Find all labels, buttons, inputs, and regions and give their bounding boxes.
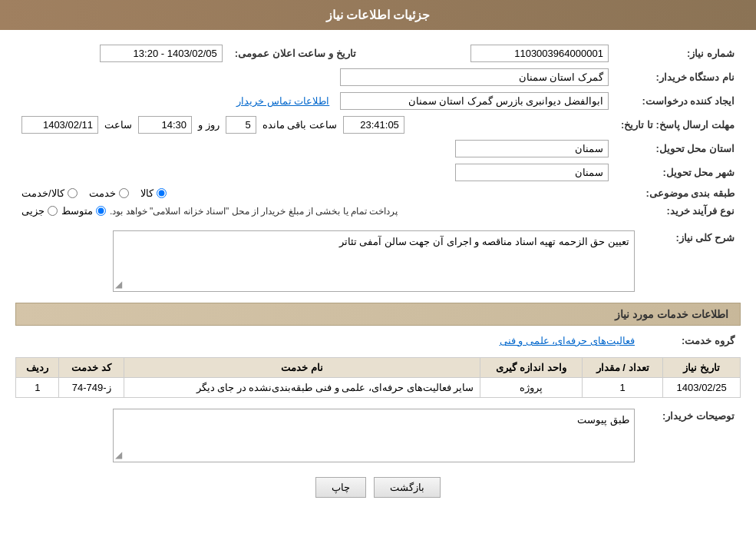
need-desc-label: شرح کلی نیاز: xyxy=(641,227,741,295)
back-button[interactable]: بازگشت xyxy=(374,477,441,498)
need-desc-cell: تعیین حق الزحمه تهیه اسناد مناقصه و اجرا… xyxy=(15,227,641,295)
buyer-resize-handle: ◢ xyxy=(115,449,122,460)
purchase-type-motavasset: متوسط xyxy=(61,205,106,217)
buyer-org-label: نام دستگاه خریدار: xyxy=(615,65,741,89)
category-kala-khedmat-radio[interactable] xyxy=(68,188,78,198)
main-info-table: شماره نیاز: 1103003964000001 تاریخ و ساع… xyxy=(15,41,741,220)
need-desc-table: شرح کلی نیاز: تعیین حق الزحمه تهیه اسناد… xyxy=(15,227,741,295)
response-remaining-label: ساعت باقی مانده xyxy=(262,119,337,131)
service-group-table: گروه خدمت: فعالیت‌های حرفه‌ای، علمی و فن… xyxy=(15,332,741,350)
row-row-num: 1 xyxy=(16,378,59,398)
service-group-label: گروه خدمت: xyxy=(641,332,741,350)
purchase-type-motavasset-label: متوسط xyxy=(61,205,93,217)
resize-handle: ◢ xyxy=(115,279,122,290)
need-number-value: 1103003964000001 xyxy=(378,41,615,65)
col-quantity: تعداد / مقدار xyxy=(582,358,662,378)
purchase-type-row: جزیی متوسط پرداخت تمام یا بخشی از مبلغ خ… xyxy=(15,202,615,220)
row-quantity: 1 xyxy=(582,378,662,398)
buttons-row: بازگشت چاپ xyxy=(15,477,741,498)
service-group-link[interactable]: فعالیت‌های حرفه‌ای، علمی و فنی xyxy=(500,335,635,346)
need-desc-box: تعیین حق الزحمه تهیه اسناد مناقصه و اجرا… xyxy=(113,230,635,292)
response-days-label: روز و xyxy=(198,119,220,131)
purchase-type-note: پرداخت تمام یا بخشی از مبلغ خریدار از مح… xyxy=(110,206,398,217)
response-date-input: 1403/02/11 xyxy=(21,116,98,134)
buyer-desc-cell: طبق پیوست ◢ xyxy=(15,406,641,465)
announce-date-value: 1403/02/05 - 13:20 xyxy=(15,41,229,65)
purchase-type-jozee-radio[interactable] xyxy=(48,206,58,216)
col-service-code: کد خدمت xyxy=(59,358,124,378)
row-service-name: سایر فعالیت‌های حرفه‌ای، علمی و فنی طبقه… xyxy=(124,378,480,398)
purchase-type-label: نوع فرآیند خرید: xyxy=(615,202,741,220)
col-service-name: نام خدمت xyxy=(124,358,480,378)
need-number-label: شماره نیاز: xyxy=(615,41,741,65)
announce-date-label: تاریخ و ساعت اعلان عمومی: xyxy=(229,41,362,65)
col-date: تاریخ نیاز xyxy=(663,358,741,378)
print-button[interactable]: چاپ xyxy=(315,477,366,498)
category-khedmat-label: خدمت xyxy=(89,187,116,199)
category-khedmat-radio[interactable] xyxy=(119,188,129,198)
buyer-desc-label: توصیحات خریدار: xyxy=(641,406,741,465)
col-row-num: ردیف xyxy=(16,358,59,378)
purchase-type-jozee: جزیی xyxy=(21,205,58,217)
category-kala: کالا xyxy=(140,187,167,199)
table-row: 1403/02/25 1 پروژه سایر فعالیت‌های حرفه‌… xyxy=(16,378,741,398)
buyer-desc-box: طبق پیوست ◢ xyxy=(113,409,635,462)
response-remaining-input: 23:41:05 xyxy=(343,116,404,134)
delivery-province-value: سمنان xyxy=(15,137,615,161)
purchase-type-jozee-label: جزیی xyxy=(21,205,45,217)
need-number-input: 1103003964000001 xyxy=(470,45,609,62)
delivery-province-input: سمنان xyxy=(455,140,609,157)
need-desc-text: تعیین حق الزحمه تهیه اسناد مناقصه و اجرا… xyxy=(339,236,629,247)
purchase-type-motavasset-radio[interactable] xyxy=(96,206,106,216)
category-kala-radio[interactable] xyxy=(157,188,167,198)
services-data-table: تاریخ نیاز تعداد / مقدار واحد اندازه گیر… xyxy=(15,357,741,398)
services-section-title: اطلاعات خدمات مورد نیاز xyxy=(15,303,741,326)
category-kala-label: کالا xyxy=(140,187,154,199)
delivery-city-input: سمنان xyxy=(455,164,609,181)
category-label: طبقه بندی موضوعی: xyxy=(615,184,741,202)
buyer-desc-text: طبق پیوست xyxy=(577,414,629,426)
category-khedmat: خدمت xyxy=(89,187,129,199)
delivery-city-label: شهر محل تحویل: xyxy=(615,161,741,184)
response-date-label: مهلت ارسال پاسخ: تا تاریخ: xyxy=(615,113,741,137)
category-row: کالا/خدمت خدمت کالا xyxy=(15,184,615,202)
category-kala-khedmat-label: کالا/خدمت xyxy=(21,187,64,199)
buyer-org-input: گمرک استان سمنان xyxy=(340,68,609,86)
response-time-label: ساعت xyxy=(104,119,132,131)
delivery-province-label: استان محل تحویل: xyxy=(615,137,741,161)
delivery-city-value: سمنان xyxy=(15,161,615,184)
response-date-row: 1403/02/11 ساعت 14:30 روز و 5 ساعت باقی … xyxy=(15,113,615,137)
response-days-input: 5 xyxy=(226,116,256,134)
col-unit: واحد اندازه گیری xyxy=(480,358,583,378)
row-unit: پروژه xyxy=(480,378,583,398)
service-group-value: فعالیت‌های حرفه‌ای، علمی و فنی xyxy=(15,332,641,350)
creator-label: ایجاد کننده درخواست: xyxy=(615,89,741,113)
buyer-desc-table: توصیحات خریدار: طبق پیوست ◢ xyxy=(15,406,741,465)
page-header: جزئیات اطلاعات نیاز xyxy=(0,0,756,30)
creator-link[interactable]: اطلاعات تماس خریدار xyxy=(236,95,329,107)
buyer-org-value: گمرک استان سمنان xyxy=(15,65,615,89)
category-kala-khedmat: کالا/خدمت xyxy=(21,187,78,199)
creator-row: ابوالفضل دیوانبری بازرس گمرک استان سمنان… xyxy=(15,89,615,113)
announce-date-input: 1403/02/05 - 13:20 xyxy=(100,45,223,62)
page-title: جزئیات اطلاعات نیاز xyxy=(326,8,431,22)
response-time-input: 14:30 xyxy=(138,116,192,134)
creator-input: ابوالفضل دیوانبری بازرس گمرک استان سمنان xyxy=(340,92,609,110)
row-date: 1403/02/25 xyxy=(663,378,741,398)
row-service-code: ز-749-74 xyxy=(59,378,124,398)
